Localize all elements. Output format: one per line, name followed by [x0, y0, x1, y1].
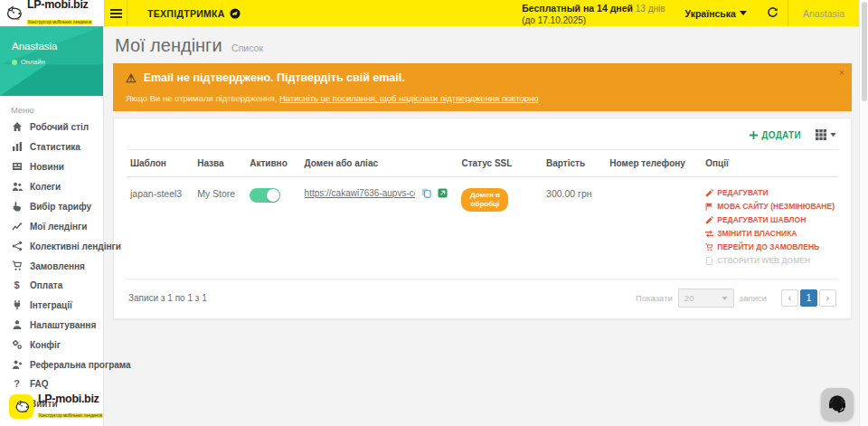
sidebar-item-colleagues[interactable]: Колеги [0, 176, 103, 196]
column-visibility-button[interactable] [816, 129, 836, 140]
cell-name: My Store [193, 177, 246, 279]
online-dot-icon [12, 60, 17, 65]
sidebar-item-integrations[interactable]: Інтеграції [0, 295, 103, 315]
cell-active [246, 177, 300, 279]
sidebar-item-orders[interactable]: Замовлення [0, 256, 103, 276]
col-header-price[interactable]: Вартість [542, 150, 606, 177]
table-row: japan-steel3 My Store https://cakawi7636… [127, 177, 838, 279]
person-icon [11, 319, 23, 330]
page-1-button[interactable]: 1 [800, 289, 817, 307]
email-warning-banner: ⚠ Email не підтверджено. Підтвердіть сві… [113, 63, 852, 111]
col-header-options[interactable]: Опції [702, 150, 838, 177]
language-select[interactable]: Українська [675, 0, 758, 26]
sidebar-item-faq[interactable]: ? FAQ [0, 374, 103, 393]
page-scrollbar[interactable] [859, 0, 868, 426]
add-landing-button[interactable]: ДОДАТИ [750, 130, 801, 140]
sidebar-item-collective-landings[interactable]: Колективні лендінги [0, 236, 103, 256]
trial-title: Бесплатный на 14 дней [522, 3, 633, 14]
menu-section-label: Меню [0, 96, 103, 117]
page-subtitle: Список [231, 43, 263, 53]
trial-days-left: 13 днів [636, 4, 665, 14]
menu-toggle-button[interactable] [104, 0, 127, 26]
alert-text: Якщо Ви не отримали підтвердження, Натис… [126, 93, 825, 103]
active-toggle[interactable] [250, 188, 280, 203]
profile-name: Anastasia [12, 41, 58, 52]
option-site-language[interactable]: МОВА САЙТУ (НЕЗМІНЮВАНЕ) [705, 202, 835, 211]
cell-price: 300.00 грн [542, 177, 606, 279]
sidebar: Anastasia Онлайн Меню Робочий стіл Стати… [0, 26, 104, 426]
resend-confirmation-link[interactable]: Натисніть це посилання, щоб надіслати пі… [279, 93, 539, 103]
edit-icon [705, 216, 713, 224]
sidebar-footer-logo[interactable]: LP-mobi.biz Конструктор мобільних лендин… [9, 393, 103, 421]
bar-chart-icon [11, 141, 23, 152]
telegram-icon [230, 8, 241, 19]
flag-icon [705, 203, 713, 211]
grid-icon [816, 129, 826, 140]
prev-page-button[interactable]: ‹ [781, 289, 798, 307]
cell-template: japan-steel3 [127, 177, 193, 279]
col-header-template[interactable]: Шаблон [127, 150, 193, 177]
landings-table: Шаблон Назва Активно Домен або аліас Ста… [127, 149, 838, 279]
edit-icon [705, 189, 713, 197]
sidebar-item-referral[interactable]: Реферальна програма [0, 355, 103, 374]
support-link[interactable]: ТЕХПІДТРИМКА [127, 0, 255, 26]
cart-icon [11, 260, 23, 271]
option-go-to-orders[interactable]: ПЕРЕЙТИ ДО ЗАМОВЛЕНЬ [705, 242, 835, 251]
option-change-owner[interactable]: ЗМІНИТИ ВЛАСНИКА [705, 229, 835, 238]
sidebar-item-settings[interactable]: Налаштування [0, 315, 103, 335]
page-title: Мої лендінги [115, 35, 222, 55]
col-header-phone[interactable]: Номер телефону [606, 150, 702, 177]
header-username[interactable]: Anastasia [788, 0, 859, 26]
headset-icon [826, 393, 848, 415]
close-icon[interactable]: × [839, 67, 844, 78]
col-header-domain[interactable]: Домен або аліас [301, 150, 458, 177]
open-site-icon[interactable] [438, 188, 448, 198]
app-logo[interactable]: LP-mobi.biz Конструктор мобільних лендин… [0, 0, 104, 26]
col-header-name[interactable]: Назва [193, 150, 246, 177]
cart-icon [705, 243, 713, 251]
swap-arrows-icon [705, 230, 713, 238]
sidebar-item-statistics[interactable]: Статистика [0, 137, 103, 156]
col-header-ssl[interactable]: Статус SSL [458, 150, 542, 177]
landings-card: ДОДАТИ Шаблон Назва Активно Домен або ал… [113, 118, 852, 319]
page-header: Мої лендінги Список [113, 33, 852, 63]
newspaper-icon [11, 161, 23, 172]
home-icon [11, 121, 23, 132]
trend-chart-icon [11, 221, 23, 232]
sidebar-item-news[interactable]: Новини [0, 156, 103, 176]
logo-title: LP-mobi.biz [38, 393, 103, 405]
next-page-button[interactable]: › [819, 289, 836, 307]
support-label: ТЕХПІДТРИМКА [147, 8, 225, 19]
share-icon [11, 241, 23, 251]
profile-panel: Anastasia Онлайн [0, 26, 103, 96]
domain-link[interactable]: https://cakawi7636-aupvs-com-42 [305, 188, 415, 198]
scrollbar-thumb[interactable] [862, 2, 867, 101]
people-icon [11, 181, 23, 192]
trial-info: Бесплатный на 14 дней 13 днів (до 17.10.… [522, 0, 674, 26]
question-icon: ? [11, 379, 23, 389]
logo-subtitle: Конструктор мобільних лендингів [27, 20, 92, 24]
option-edit[interactable]: РЕДАГУВАТИ [705, 188, 835, 197]
sidebar-item-config[interactable]: Конфіг [0, 335, 103, 355]
page-size-select[interactable]: 20 [678, 289, 734, 308]
dollar-icon: $ [11, 280, 23, 290]
ssl-status-badge: Домен в обробці [461, 188, 508, 212]
col-header-active[interactable]: Активно [246, 150, 300, 177]
plus-icon [750, 131, 758, 139]
logo-title: LP-mobi.biz [27, 0, 92, 11]
top-bar: LP-mobi.biz Конструктор мобільних лендин… [0, 0, 859, 26]
copy-icon[interactable] [421, 188, 431, 198]
sidebar-item-tariff[interactable]: Вибір тарифу [0, 196, 103, 216]
support-chat-widget[interactable] [821, 388, 854, 421]
hamburger-icon [110, 9, 122, 11]
person-plus-icon [11, 359, 23, 370]
sidebar-item-my-landings[interactable]: Мої лендінги [0, 216, 103, 236]
profile-status: Онлайн [12, 58, 45, 66]
main-content: Мої лендінги Список ⚠ Email не підтвердж… [104, 26, 859, 426]
alert-title: ⚠ Email не підтверджено. Підтвердіть сві… [126, 71, 825, 84]
table-toolbar: ДОДАТИ [127, 126, 838, 149]
option-edit-template[interactable]: РЕДАГУВАТИ ШАБЛОН [705, 215, 835, 224]
refresh-button[interactable] [758, 0, 788, 26]
sidebar-item-desktop[interactable]: Робочий стіл [0, 117, 103, 137]
sidebar-item-payment[interactable]: $ Оплата [0, 276, 103, 295]
